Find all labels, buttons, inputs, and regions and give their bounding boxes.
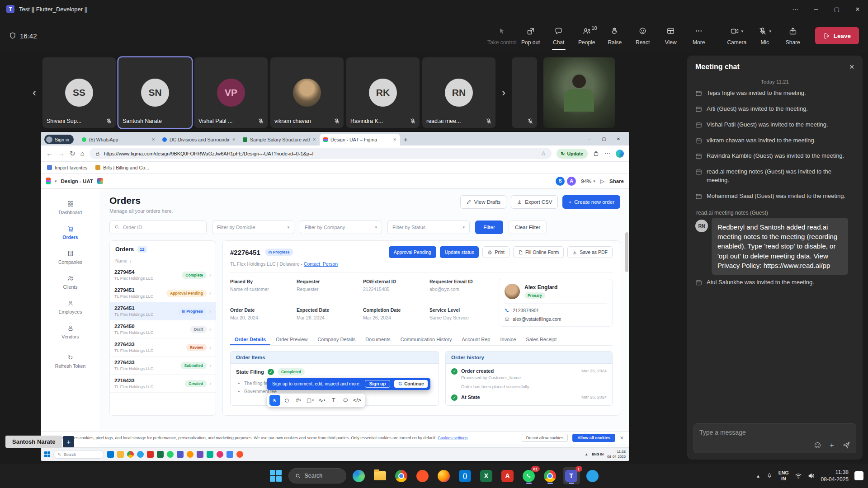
wifi-icon[interactable] [795, 473, 802, 479]
contact-person-link[interactable]: Contact_Person [304, 261, 338, 267]
taskbar-chrome-icon[interactable] [393, 467, 410, 484]
app-icon[interactable] [217, 451, 223, 458]
send-icon[interactable] [842, 441, 850, 449]
favorite-bills[interactable]: Bills | Billing and Co... [95, 165, 149, 170]
order-row[interactable]: 2279454TL Flex Holdings LLC Complete › [110, 266, 216, 284]
tab-figma-active[interactable]: Design - UAT – Figma ✕ [320, 134, 400, 145]
tab-sales-receipt[interactable]: Sales Receipt [521, 333, 561, 345]
participant-tile-ravindra[interactable]: RK Ravindra K... [346, 57, 420, 128]
participant-tile-readai[interactable]: RN read.ai mee... [422, 57, 495, 128]
browser-menu-icon[interactable]: ⋯ [604, 150, 611, 157]
sidebar-item-employees[interactable]: Employees [41, 295, 100, 319]
new-tab-button[interactable]: + [404, 136, 408, 143]
favorite-import[interactable]: Import favorites [47, 165, 87, 170]
taskbar-brave-icon[interactable] [414, 467, 431, 484]
browser-minimize-button[interactable]: ─ [582, 136, 597, 141]
notification-icon[interactable] [854, 471, 863, 480]
window-more-icon[interactable]: ⋯ [785, 0, 806, 18]
emoji-icon[interactable] [814, 441, 821, 449]
app-icon[interactable] [147, 451, 154, 458]
app-icon[interactable] [207, 451, 213, 458]
app-icon[interactable] [177, 451, 184, 458]
app-icon[interactable] [197, 451, 203, 458]
attach-plus-icon[interactable]: + [830, 441, 834, 449]
taskbar-file-explorer-icon[interactable] [372, 467, 389, 484]
share-button[interactable]: Share [779, 18, 807, 53]
browser-maximize-button[interactable]: ▢ [597, 136, 611, 141]
collaborator-avatar[interactable]: A [567, 177, 576, 186]
order-row-selected[interactable]: 2276451TL Flex Holdings LLC In Progress … [110, 302, 216, 320]
contact-email[interactable]: alex@vstatefilings.com [505, 316, 607, 322]
cursor-tool-icon[interactable] [269, 395, 280, 406]
tab-close-icon[interactable]: ✕ [232, 137, 236, 142]
sidebar-item-companies[interactable]: Companies [41, 245, 100, 270]
shape-tool-icon[interactable]: ▢▾ [305, 395, 316, 406]
tab-account-rep[interactable]: Account Rep [458, 333, 495, 345]
raise-button[interactable]: Raise [601, 18, 629, 53]
home-icon[interactable]: ⌂ [80, 150, 85, 157]
app-icon[interactable] [167, 451, 174, 458]
app-icon[interactable] [127, 451, 134, 458]
order-row[interactable]: 2276433TL Flex Holdings LLC Submitted › [110, 357, 216, 375]
chat-message-input[interactable] [699, 429, 850, 436]
connector-tool-icon[interactable]: ∿▾ [316, 395, 327, 406]
language-indicator[interactable]: ENG IN [778, 470, 789, 482]
sidebar-item-refresh-token[interactable]: ↻ Refresh Token [41, 349, 100, 374]
volume-icon[interactable] [808, 473, 815, 479]
sidebar-item-orders[interactable]: Orders [41, 220, 100, 245]
taskbar-edge-icon[interactable] [350, 467, 368, 484]
app-icon[interactable] [226, 451, 233, 458]
company-filter-select[interactable]: Filter by Company▾ [300, 221, 382, 234]
google-continue-button[interactable]: G Continue [394, 380, 428, 388]
domicile-filter-select[interactable]: Filter by Domicile▾ [212, 221, 294, 234]
taskbar-teams-icon[interactable]: T 1 [563, 467, 580, 484]
tab-order-preview[interactable]: Order Preview [271, 333, 312, 345]
extensions-puzzle-icon[interactable] [593, 150, 599, 157]
tab-documents[interactable]: Documents [361, 333, 395, 345]
taskbar-clock[interactable]: 11:38 08-04-2025 [821, 469, 849, 483]
cookie-close-icon[interactable]: ✕ [620, 435, 624, 441]
participant-tile-shivani[interactable]: SS Shivani Sup... [42, 57, 116, 128]
minimize-button[interactable]: ─ [806, 0, 826, 18]
camera-button[interactable]: ▾ Camera [723, 18, 751, 53]
zoom-control[interactable]: 94%▾ [581, 178, 595, 184]
browser-close-button[interactable]: ✕ [611, 136, 626, 141]
take-control-button[interactable]: Take control [487, 18, 517, 53]
export-csv-button[interactable]: Export CSV [511, 195, 558, 209]
participant-tile-overflow[interactable] [512, 57, 537, 128]
collaborator-avatar[interactable]: S [556, 177, 565, 186]
mic-button[interactable]: ▾ Mic [751, 18, 779, 53]
allow-cookies-button[interactable]: Allow all cookies [572, 434, 615, 442]
back-icon[interactable]: ← [46, 150, 53, 157]
figma-signup-button[interactable]: Sign up [365, 380, 391, 388]
tray-chevron-icon[interactable]: ▲ [756, 474, 760, 479]
contact-phone[interactable]: 2123874901 [505, 308, 607, 313]
browser-profile-avatar[interactable] [616, 150, 624, 158]
code-tool-icon[interactable]: </> [352, 395, 363, 406]
tab-invoice[interactable]: Invoice [495, 333, 520, 345]
taskbar-vscode-icon[interactable]: ⟨⟩ [457, 467, 474, 484]
fill-online-form-button[interactable]: Fill Online Form [513, 246, 564, 258]
taskbar-pdf-icon[interactable]: A [499, 467, 516, 484]
deny-cookies-button[interactable]: Do not allow cookies [522, 434, 568, 442]
taskbar-excel-icon[interactable]: X [478, 467, 495, 484]
approval-pending-button[interactable]: Approval Pending [389, 246, 436, 258]
status-filter-select[interactable]: Filter by Status▾ [387, 221, 470, 234]
clear-filter-button[interactable]: Clear Filter [509, 221, 547, 234]
chat-button[interactable]: Chat [545, 18, 573, 53]
tab-whatsapp[interactable]: (5) WhatsApp ✕ [78, 134, 159, 145]
shared-search-box[interactable]: Search [53, 450, 104, 459]
order-row[interactable]: 2276450TL Flex Holdings LLC Draft › [110, 320, 216, 338]
react-button[interactable]: React [629, 18, 657, 53]
tab-close-icon[interactable]: ✕ [152, 137, 156, 142]
shared-clock[interactable]: 11:38 08-04-2025 [607, 450, 626, 459]
apply-filter-button[interactable]: Filter [475, 221, 503, 234]
hand-tool-icon[interactable] [281, 395, 292, 406]
frame-tool-icon[interactable]: #▾ [293, 395, 304, 406]
tray-mic-icon[interactable] [766, 473, 773, 479]
order-row[interactable]: 2216433TL Flex Holdings LLC Created › [110, 375, 216, 393]
text-tool-icon[interactable]: T [328, 395, 339, 406]
browser-update-button[interactable]: ↻ Update [557, 149, 588, 159]
tab-close-icon[interactable]: ✕ [393, 137, 397, 142]
app-icon[interactable] [157, 451, 164, 458]
